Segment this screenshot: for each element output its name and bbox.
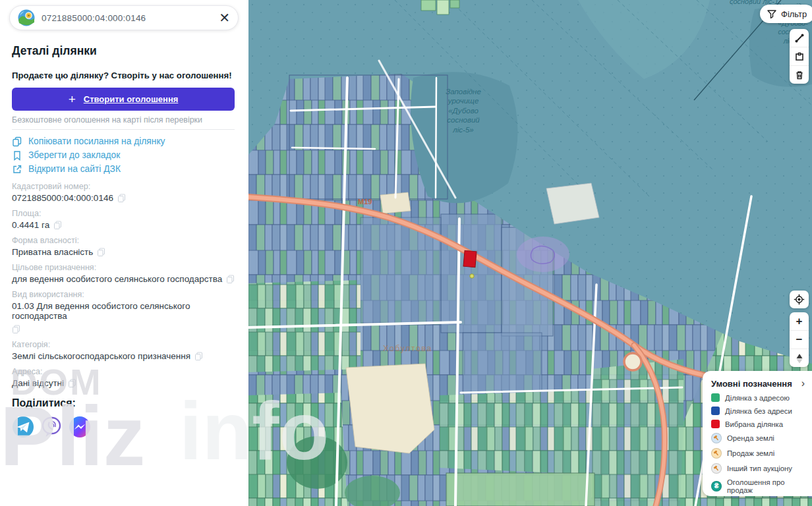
field-value: для ведення особистого селянського госпо… — [12, 274, 222, 284]
cadastral-map[interactable]: Заповідне урочище «Дубово сосновий ліс-5… — [248, 0, 812, 506]
link-label: Відкрити на сайті ДЗК — [28, 164, 121, 174]
cta-text: Продаєте цю ділянку? Створіть у нас огол… — [12, 70, 237, 80]
zoom-in-label: + — [796, 316, 803, 327]
green-square-swatch — [711, 393, 720, 402]
legend-item-label: Інший тип аукціону — [727, 464, 792, 472]
external-link-icon — [12, 164, 22, 175]
telegram-icon[interactable] — [12, 416, 34, 438]
copy-icon[interactable] — [12, 325, 20, 333]
field-address: Адреса: Дані відсутні — [12, 367, 237, 388]
measure-tool-button[interactable] — [790, 29, 809, 47]
legend-item-label: Вибрана ділянка — [725, 420, 783, 428]
legend-item-label: Оголошення про продаж — [727, 478, 807, 494]
copy-icon[interactable] — [194, 352, 203, 360]
zoom-out-button[interactable]: − — [790, 330, 809, 349]
search-bar[interactable]: 0721885000:04:000:0146 ✕ — [9, 5, 239, 30]
place-label-khobultova: Хобултова — [383, 344, 432, 354]
field-label: Адреса: — [12, 367, 237, 376]
copy-link-icon — [12, 136, 22, 147]
field-label: Цільове призначення: — [12, 263, 237, 272]
zoom-out-label: − — [796, 334, 803, 345]
copy-icon[interactable] — [226, 275, 235, 283]
legend-item-without-address: Ділянка без адреси — [711, 407, 807, 415]
legend-item-label: Продаж землі — [727, 449, 774, 457]
other-auction-gavel-icon — [711, 463, 722, 474]
area-select-icon — [794, 51, 805, 62]
field-value: Землі сільськогосподарського призначення — [12, 351, 190, 361]
field-value: 0721885000:04:000:0146 — [12, 193, 113, 203]
compass-icon — [794, 352, 805, 364]
create-listing-button[interactable]: + Створити оголошення — [12, 88, 235, 111]
copy-icon[interactable] — [68, 379, 76, 387]
link-label: Зберегти до закладок — [28, 150, 120, 160]
field-cadastral-number: Кадастровий номер: 0721885000:04:000:014… — [12, 182, 237, 203]
messenger-icon[interactable] — [69, 416, 91, 438]
filter-button[interactable]: Фільтр — [760, 5, 812, 23]
map-tools — [790, 29, 809, 84]
field-value: 01.03 Для ведення особистого селянського… — [12, 301, 237, 321]
legend-item-label: Ділянка з адресою — [725, 394, 790, 402]
field-label: Форма власності: — [12, 236, 237, 245]
chevron-right-icon[interactable]: › — [801, 378, 805, 389]
legend-title: Умовні позначення — [711, 379, 792, 389]
note-text: Безкоштовне оголошення на карті після пе… — [12, 115, 235, 130]
parcel-fields: Кадастровий номер: 0721885000:04:000:014… — [12, 182, 237, 388]
save-bookmark-link[interactable]: Зберегти до закладок — [12, 148, 237, 162]
share-buttons — [12, 416, 237, 438]
copy-icon[interactable] — [53, 221, 62, 229]
zoom-in-button[interactable]: + — [790, 312, 809, 330]
blue-square-swatch — [711, 407, 720, 415]
field-value: Приватна власність — [12, 247, 93, 257]
measure-icon — [794, 33, 805, 43]
quick-links: Копіювати посилання на ділянку Зберегти … — [12, 134, 237, 176]
field-area: Площа: 0.4441 га — [12, 209, 237, 230]
legend-item-sale: Продаж землі — [711, 448, 807, 459]
field-purpose: Цільове призначення: для ведення особист… — [12, 263, 237, 284]
legend-item-label: Ділянка без адреси — [725, 407, 792, 415]
lease-gavel-icon — [711, 433, 722, 443]
link-label: Копіювати посилання на ділянку — [28, 136, 165, 146]
delete-button[interactable] — [790, 65, 809, 84]
auction-marker[interactable] — [470, 274, 474, 278]
viber-icon[interactable] — [40, 416, 63, 438]
details-sidebar: 0721885000:04:000:0146 ✕ Деталі ділянки … — [0, 0, 248, 506]
copy-parcel-link[interactable]: Копіювати посилання на ділянку — [12, 134, 237, 148]
field-value: 0.4441 га — [12, 220, 49, 230]
map-legend[interactable]: Умовні позначення › Ділянка з адресою Ді… — [703, 371, 812, 496]
field-label: Площа: — [12, 209, 237, 218]
compass-button[interactable] — [790, 349, 809, 367]
geolocate-icon — [794, 294, 805, 305]
legend-item-selected: Вибрана ділянка — [711, 420, 807, 428]
search-input[interactable]: 0721885000:04:000:0146 — [42, 13, 212, 23]
delete-icon — [794, 70, 805, 80]
legend-item-label: Оренда землі — [727, 434, 774, 442]
copy-icon[interactable] — [97, 248, 105, 256]
legend-item-lease: Оренда землі — [711, 433, 807, 443]
close-icon[interactable]: ✕ — [219, 11, 230, 24]
sale-gavel-icon — [711, 448, 722, 459]
page-title: Деталі ділянки — [12, 44, 248, 58]
road-label-m19: М19 — [358, 198, 372, 207]
legend-item-with-address: Ділянка з адресою — [711, 393, 807, 402]
zoom-controls: + − — [790, 312, 809, 367]
filter-icon — [767, 9, 777, 19]
app-logo-icon — [18, 9, 35, 26]
field-label: Кадастровий номер: — [12, 182, 237, 191]
create-listing-label: Створити оголошення — [84, 94, 179, 104]
legend-item-other-auction: Інший тип аукціону — [711, 463, 807, 474]
plus-icon: + — [69, 93, 76, 105]
filter-label: Фільтр — [781, 9, 807, 19]
field-use-type: Вид використання: 01.03 Для ведення особ… — [12, 290, 237, 334]
field-ownership: Форма власності: Приватна власність — [12, 236, 237, 257]
hryvnia-icon: ₴ — [711, 481, 722, 492]
area-select-button[interactable] — [790, 47, 809, 65]
selected-parcel[interactable] — [463, 250, 477, 267]
field-category: Категорія: Землі сільськогосподарського … — [12, 340, 237, 361]
geolocate-button[interactable] — [790, 291, 809, 308]
open-dzk-link[interactable]: Відкрити на сайті ДЗК — [12, 162, 237, 176]
bookmark-icon — [12, 150, 22, 161]
share-title: Поділитися: — [12, 397, 237, 409]
copy-icon[interactable] — [117, 194, 126, 202]
legend-item-sale-listing: ₴ Оголошення про продаж — [711, 478, 807, 494]
field-label: Категорія: — [12, 340, 237, 349]
